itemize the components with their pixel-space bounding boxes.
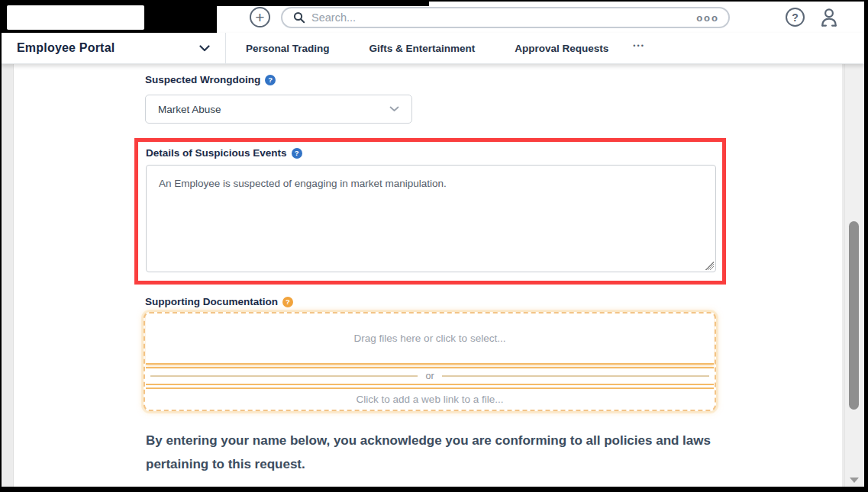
tab-approval-requests[interactable]: Approval Requests bbox=[495, 33, 628, 63]
vertical-scrollbar[interactable] bbox=[844, 64, 863, 487]
user-icon[interactable] bbox=[818, 6, 840, 28]
app-window: + ooo ? Employee Portal bbox=[2, 2, 864, 487]
suspected-wrongdoing-label: Suspected Wrongdoing ? bbox=[145, 74, 276, 85]
tab-gifts-entertainment[interactable]: Gifts & Entertainment bbox=[350, 33, 495, 63]
chevron-down-icon bbox=[199, 45, 210, 52]
supporting-doc-help-icon[interactable]: ? bbox=[282, 297, 293, 307]
suspected-wrongdoing-value: Market Abuse bbox=[158, 104, 221, 115]
nav-more-icon[interactable]: ••• bbox=[633, 42, 644, 50]
details-textarea[interactable]: An Employee is suspected of engaging in … bbox=[146, 165, 716, 272]
top-bar: + ooo ? bbox=[2, 2, 864, 33]
portal-title: Employee Portal bbox=[17, 41, 115, 55]
textarea-resize-handle[interactable] bbox=[705, 262, 714, 270]
details-label-text: Details of Suspicious Events bbox=[146, 147, 287, 159]
magnifier-icon bbox=[293, 11, 305, 24]
file-dropzone[interactable]: Drag files here or click to select... or… bbox=[144, 312, 716, 411]
or-divider: or bbox=[146, 367, 714, 385]
search-bar[interactable]: ooo bbox=[281, 7, 730, 28]
web-link-text: Click to add a web link to a file... bbox=[357, 394, 504, 405]
chevron-down-icon bbox=[389, 106, 399, 112]
suspected-wrongdoing-select[interactable]: Market Abuse bbox=[145, 95, 412, 124]
scrollbar-thumb[interactable] bbox=[849, 221, 859, 410]
or-divider-text: or bbox=[418, 371, 441, 381]
suspected-wrongdoing-label-text: Suspected Wrongdoing bbox=[145, 74, 260, 85]
details-label: Details of Suspicious Events ? bbox=[146, 147, 302, 159]
search-ellipsis-icon[interactable]: ooo bbox=[696, 13, 719, 23]
portal-selector[interactable]: Employee Portal bbox=[2, 33, 226, 63]
details-help-icon[interactable]: ? bbox=[292, 148, 302, 159]
drag-files-text: Drag files here or click to select... bbox=[354, 333, 506, 344]
drag-files-area[interactable]: Drag files here or click to select... bbox=[146, 314, 714, 365]
web-link-area[interactable]: Click to add a web link to a file... bbox=[146, 387, 714, 409]
search-input[interactable] bbox=[311, 11, 696, 24]
nav-tabs: Personal Trading Gifts & Entertainment A… bbox=[226, 33, 645, 63]
suspected-wrongdoing-help-icon[interactable]: ? bbox=[265, 75, 276, 85]
supporting-doc-label-text: Supporting Documentation bbox=[145, 296, 278, 307]
scrollbar-down-arrow-icon[interactable] bbox=[850, 478, 859, 483]
company-logo bbox=[7, 5, 144, 30]
tab-personal-trading[interactable]: Personal Trading bbox=[226, 33, 350, 63]
page-content: Suspected Wrongdoing ? Market Abuse Deta… bbox=[2, 64, 864, 487]
acknowledgement-text: By entering your name below, you acknowl… bbox=[146, 429, 717, 476]
plus-circle-icon[interactable]: + bbox=[250, 7, 270, 27]
form-card: Suspected Wrongdoing ? Market Abuse Deta… bbox=[13, 64, 842, 487]
portal-nav-bar: Employee Portal Personal Trading Gifts &… bbox=[2, 33, 864, 64]
logo-block bbox=[2, 2, 217, 33]
help-icon[interactable]: ? bbox=[786, 8, 805, 27]
supporting-doc-label: Supporting Documentation ? bbox=[145, 296, 293, 307]
